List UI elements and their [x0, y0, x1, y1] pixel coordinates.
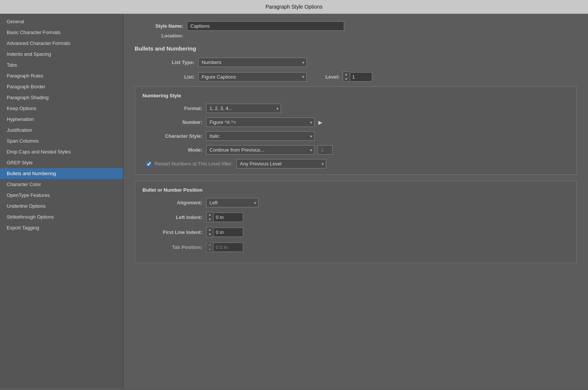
- style-name-row: Style Name:: [135, 21, 577, 31]
- first-line-indent-increment-button[interactable]: ▲: [206, 227, 213, 232]
- location-row: Location:: [135, 33, 577, 39]
- sidebar-item-general[interactable]: General: [0, 16, 123, 27]
- level-decrement-button[interactable]: ▼: [343, 77, 350, 82]
- restart-checkbox[interactable]: [146, 161, 151, 167]
- location-label: Location:: [135, 33, 183, 39]
- tab-position-spinner: ▲ ▼: [206, 242, 243, 252]
- mode-dropdown-wrapper: Continue from Previous... Start At: Cont…: [206, 145, 315, 155]
- level-input[interactable]: [350, 72, 372, 82]
- format-select[interactable]: 1, 2, 3, 4... A, B, C, D... a, b, c, d..…: [206, 104, 281, 113]
- level-spinner: ▲ ▼: [343, 71, 372, 82]
- sidebar-item-paragraph-rules[interactable]: Paragraph Rules: [0, 70, 123, 81]
- sidebar-item-export-tagging[interactable]: Export Tagging: [0, 222, 123, 233]
- list-label: List:: [135, 74, 195, 80]
- position-section: Bullet or Number Position Alignment: Lef…: [135, 181, 577, 263]
- sidebar-item-basic-character-formats[interactable]: Basic Character Formats: [0, 27, 123, 38]
- tab-position-label: Tab Position:: [143, 244, 202, 250]
- bullets-section-title: Bullets and Numbering: [135, 45, 577, 52]
- style-name-input[interactable]: [187, 21, 344, 31]
- list-type-select[interactable]: Numbers Bullets No List: [198, 58, 307, 67]
- sidebar-item-keep-options[interactable]: Keep Options: [0, 103, 123, 114]
- list-dropdown-wrapper: Figure Captions Default: [198, 72, 307, 82]
- sidebar-item-span-columns[interactable]: Span Columns: [0, 135, 123, 146]
- alignment-label: Alignment:: [143, 200, 202, 205]
- main-content: Style Name: Location: Bullets and Number…: [123, 14, 588, 388]
- left-indent-row: Left Indent: ▲ ▼: [143, 212, 569, 222]
- sidebar-item-grep-style[interactable]: GREP Style: [0, 157, 123, 168]
- char-style-row: Character Style: Italic None Bold: [143, 131, 569, 141]
- list-select[interactable]: Figure Captions Default: [198, 72, 307, 82]
- tab-position-input: [213, 243, 243, 252]
- restart-select[interactable]: Any Previous Level Previous Level Only: [236, 159, 326, 168]
- number-row: Number: Figure ^#.^> ▶: [143, 118, 569, 127]
- level-increment-button[interactable]: ▲: [343, 72, 350, 77]
- sidebar-item-opentype-features[interactable]: OpenType Features: [0, 190, 123, 201]
- first-line-indent-spinner-buttons: ▲ ▼: [206, 227, 213, 237]
- left-indent-increment-button[interactable]: ▲: [206, 212, 213, 217]
- first-line-indent-label: First Line Indent:: [143, 229, 202, 235]
- number-label: Number:: [143, 119, 202, 125]
- first-line-indent-input[interactable]: [213, 228, 243, 237]
- numbering-style-section: Numbering Style Format: 1, 2, 3, 4... A,…: [135, 86, 577, 175]
- mode-select[interactable]: Continue from Previous... Start At: Cont…: [206, 145, 315, 155]
- title-bar: Paragraph Style Options: [0, 0, 588, 14]
- left-indent-label: Left Indent:: [143, 214, 202, 220]
- numbering-style-title: Numbering Style: [143, 93, 569, 98]
- position-section-title: Bullet or Number Position: [143, 187, 569, 193]
- format-dropdown-wrapper: 1, 2, 3, 4... A, B, C, D... a, b, c, d..…: [206, 104, 281, 113]
- sidebar-item-hyphenation[interactable]: Hyphenation: [0, 114, 123, 125]
- char-style-select[interactable]: Italic None Bold: [206, 131, 315, 141]
- left-indent-input[interactable]: [213, 213, 243, 222]
- sidebar-item-paragraph-shading[interactable]: Paragraph Shading: [0, 92, 123, 103]
- first-line-indent-spinner: ▲ ▼: [206, 227, 243, 237]
- list-type-label: List Type:: [135, 60, 195, 65]
- alignment-select[interactable]: Left Center Right: [206, 198, 258, 207]
- sidebar-item-underline-options[interactable]: Underline Options: [0, 201, 123, 211]
- sidebar-item-tabs[interactable]: Tabs: [0, 60, 123, 70]
- left-indent-spinner: ▲ ▼: [206, 212, 243, 222]
- sidebar-item-paragraph-border[interactable]: Paragraph Border: [0, 81, 123, 92]
- char-style-label: Character Style:: [143, 133, 202, 139]
- sidebar-item-character-color[interactable]: Character Color: [0, 179, 123, 190]
- tab-position-row: Tab Position: ▲ ▼: [143, 242, 569, 252]
- tab-position-spinner-buttons: ▲ ▼: [206, 242, 213, 252]
- mode-row: Mode: Continue from Previous... Start At…: [143, 145, 569, 155]
- sidebar-item-drop-caps[interactable]: Drop Caps and Nested Styles: [0, 146, 123, 157]
- list-type-dropdown-wrapper: Numbers Bullets No List: [198, 58, 307, 67]
- style-name-label: Style Name:: [135, 23, 183, 29]
- sidebar-item-bullets-and-numbering[interactable]: Bullets and Numbering: [0, 168, 123, 179]
- number-arrow-button[interactable]: ▶: [317, 119, 324, 125]
- list-type-row: List Type: Numbers Bullets No List: [135, 58, 577, 67]
- sidebar-item-indents-and-spacing[interactable]: Indents and Spacing: [0, 49, 123, 60]
- left-indent-spinner-buttons: ▲ ▼: [206, 212, 213, 222]
- first-line-indent-row: First Line Indent: ▲ ▼: [143, 227, 569, 237]
- level-group: Level: ▲ ▼: [325, 71, 372, 82]
- list-level-row: List: Figure Captions Default Level: ▲ ▼: [135, 71, 577, 82]
- level-label: Level:: [325, 74, 340, 80]
- format-row: Format: 1, 2, 3, 4... A, B, C, D... a, b…: [143, 104, 569, 113]
- restart-dropdown-wrapper: Any Previous Level Previous Level Only: [236, 159, 326, 168]
- level-spinner-buttons: ▲ ▼: [343, 71, 350, 82]
- char-style-dropdown-wrapper: Italic None Bold: [206, 131, 315, 141]
- alignment-row: Alignment: Left Center Right: [143, 198, 569, 207]
- sidebar: GeneralBasic Character FormatsAdvanced C…: [0, 14, 123, 388]
- number-dropdown-wrapper: Figure ^#.^>: [206, 118, 315, 127]
- mode-label: Mode:: [143, 147, 202, 153]
- tab-position-decrement-button[interactable]: ▼: [206, 247, 213, 252]
- restart-label: Restart Numbers at This Level After:: [154, 161, 233, 167]
- dialog-title: Paragraph Style Options: [266, 4, 323, 10]
- format-label: Format:: [143, 106, 202, 111]
- sidebar-item-justification[interactable]: Justification: [0, 125, 123, 135]
- first-line-indent-decrement-button[interactable]: ▼: [206, 232, 213, 237]
- mode-number-input: [318, 145, 333, 155]
- restart-row: Restart Numbers at This Level After: Any…: [143, 159, 569, 168]
- number-select[interactable]: Figure ^#.^>: [206, 118, 315, 127]
- sidebar-item-strikethrough-options[interactable]: Strikethrough Options: [0, 211, 123, 222]
- alignment-dropdown-wrapper: Left Center Right: [206, 198, 258, 207]
- tab-position-increment-button[interactable]: ▲: [206, 242, 213, 247]
- sidebar-item-advanced-character-formats[interactable]: Advanced Character Formats: [0, 38, 123, 49]
- left-indent-decrement-button[interactable]: ▼: [206, 217, 213, 222]
